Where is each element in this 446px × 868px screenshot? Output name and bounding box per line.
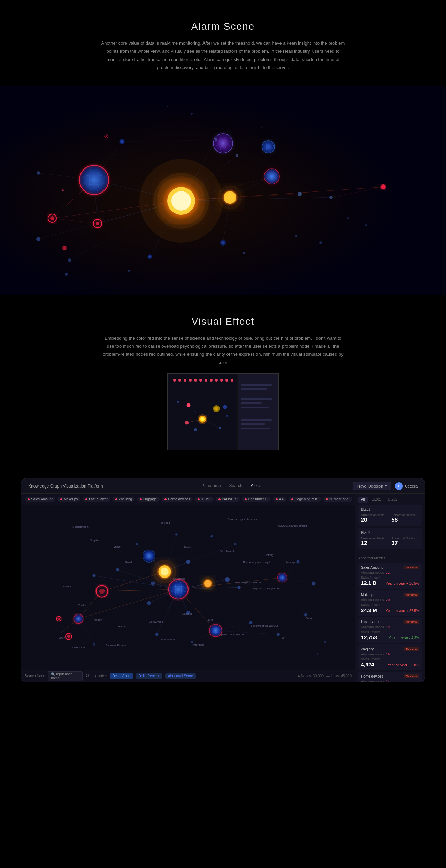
svg-text:Supplier: Supplier	[90, 539, 99, 542]
svg-point-33	[96, 222, 99, 225]
abnormal-score-btn[interactable]: Abnormal Score	[165, 673, 196, 679]
nav-search[interactable]: Search	[229, 482, 243, 490]
biz01-stats: Number of Alerts 20 Abnormal Nodes 56	[361, 513, 419, 523]
svg-text:Consumer Products: Consumer Products	[106, 644, 127, 647]
svg-point-105	[177, 401, 179, 403]
tag-beginning[interactable]: Beginning of b.	[289, 497, 321, 502]
alarm-section: Alarm Scene Another core value of data i…	[0, 0, 446, 86]
svg-point-224	[155, 633, 159, 636]
svg-text:Industry: Industry	[94, 619, 103, 621]
panel-tab-biz02[interactable]: BIZ02	[385, 497, 400, 503]
svg-point-226	[249, 621, 253, 624]
svg-point-206	[204, 580, 211, 587]
svg-rect-86	[168, 374, 237, 450]
svg-text:CO2GHG payment amount: CO2GHG payment amount	[278, 524, 307, 527]
svg-point-107	[194, 428, 197, 431]
svg-point-94	[210, 379, 213, 382]
biz01-alerts: Number of Alerts 20	[361, 513, 389, 523]
svg-point-231	[304, 613, 307, 617]
svg-text:FIN-HOV: FIN-HOV	[63, 585, 72, 588]
delta-value-btn[interactable]: Delta Value	[110, 673, 133, 679]
svg-point-29	[381, 184, 386, 189]
svg-point-69	[236, 154, 238, 157]
svg-point-235	[234, 543, 237, 545]
svg-point-232	[136, 543, 138, 545]
svg-point-61	[147, 254, 152, 259]
svg-point-221	[116, 568, 119, 571]
tag-jump[interactable]: JUMP	[195, 497, 213, 502]
metric-cards: Sales Amount Abnormal Abnormal nodes 32 …	[355, 563, 425, 682]
svg-point-66	[36, 237, 40, 241]
svg-point-78	[191, 113, 193, 115]
network-visualization	[0, 86, 446, 295]
svg-text:Beginning of this year...No: Beginning of this year...No	[217, 633, 245, 636]
dashboard-nav: Knowledge Graph Visualization Platform P…	[21, 478, 425, 494]
svg-point-88	[178, 379, 181, 382]
tag-number[interactable]: Number of g.	[323, 497, 352, 502]
links-count: — Links: 45,000	[326, 674, 352, 678]
panel-tab-all[interactable]: All	[358, 497, 368, 503]
tag-makeups[interactable]: Makeups	[57, 497, 81, 502]
svg-rect-124	[241, 428, 270, 429]
search-node-input[interactable]: 🔍 Input node name...	[48, 671, 83, 681]
nav-dropdown[interactable]: Travel Decision ▾	[353, 482, 391, 490]
visual-description: Embedding the color red into the sense o…	[101, 334, 345, 367]
search-node-label: Search Node	[25, 674, 45, 678]
visual-section: Visual Effect Embedding the color red in…	[0, 295, 446, 465]
svg-point-104	[187, 403, 190, 407]
tag-paddiy[interactable]: PAD&DIY	[216, 497, 240, 502]
panel-tabs: All BIZ01 BIZ02	[355, 494, 425, 503]
panel-tab-biz01[interactable]: BIZ01	[369, 497, 384, 503]
svg-point-97	[225, 379, 228, 382]
biz02-alerts: Number of Alerts 12	[361, 537, 389, 546]
svg-point-70	[62, 189, 64, 191]
svg-point-93	[205, 379, 207, 382]
svg-rect-120	[241, 402, 262, 404]
biz01-title: BIZ01	[361, 507, 419, 511]
delta-percent-btn[interactable]: Delta Percent	[136, 673, 163, 679]
svg-text:Beginning of this year. No...: Beginning of this year. No...	[235, 581, 264, 584]
panel-content: BIZ01 Number of Alerts 20 Abnormal Nodes…	[355, 503, 425, 553]
svg-point-228	[191, 641, 193, 644]
svg-text:Number of goods brought: Number of goods brought	[243, 561, 270, 564]
tag-luggage[interactable]: Luggage	[137, 497, 160, 502]
alert-panel: All BIZ01 BIZ02 BIZ01 Number of Alerts 2…	[355, 494, 425, 682]
svg-point-220	[93, 574, 96, 577]
svg-point-60	[119, 139, 125, 144]
svg-point-63	[298, 192, 302, 196]
svg-point-106	[185, 421, 189, 424]
svg-point-87	[173, 379, 176, 382]
alarm-title: Alarm Scene	[7, 21, 439, 32]
metric-makeups: Makeups Abnormal Abnormal nodes 20 Sales…	[358, 590, 422, 616]
tag-zhejiang[interactable]: Zhejiang	[113, 497, 135, 502]
tag-consumer[interactable]: Consumer P.	[242, 497, 271, 502]
nav-alerts[interactable]: Alerts	[251, 482, 262, 490]
svg-text:Luggage: Luggage	[286, 561, 295, 564]
tag-home-devices[interactable]: Home devices	[162, 497, 193, 502]
nav-user: C Cecelia	[395, 482, 418, 490]
svg-text:Geographical r.: Geographical r.	[72, 526, 89, 528]
abnormal-metrics-title: Abnormal Metrics	[355, 555, 425, 561]
svg-point-111	[200, 417, 205, 421]
tag-last-quarter[interactable]: Last quarter	[83, 497, 110, 502]
svg-text:JUMP: JUMP	[208, 619, 214, 621]
tag-aa[interactable]: AA	[273, 497, 286, 502]
svg-point-89	[184, 379, 186, 382]
tag-sales-amount[interactable]: Sales Amount	[25, 497, 55, 502]
svg-point-114	[223, 405, 227, 409]
svg-rect-119	[241, 398, 272, 400]
dropdown-label: Travel Decision	[357, 484, 383, 488]
graph-area: Sales Amount Makeups Last quarter Zhejia…	[21, 494, 355, 682]
nav-panorama[interactable]: Panorama	[201, 482, 221, 490]
biz02-stats: Number of Alerts 12 Abnormal Nodes 37	[361, 537, 419, 546]
svg-text:Vendor: Vendor	[118, 625, 125, 628]
svg-point-62	[220, 240, 226, 246]
svg-text:Consumer payments amount: Consumer payments amount	[228, 518, 258, 521]
user-avatar: C	[395, 482, 403, 490]
svg-text:Metrics: Metrics	[184, 546, 192, 549]
svg-rect-125	[39, 505, 337, 662]
svg-text:AA-11: AA-11	[306, 617, 313, 619]
tag-bar: Sales Amount Makeups Last quarter Zhejia…	[21, 494, 355, 505]
nav-links: Panorama Search Alerts	[117, 482, 346, 490]
svg-text:Sales Amount: Sales Amount	[161, 638, 175, 641]
